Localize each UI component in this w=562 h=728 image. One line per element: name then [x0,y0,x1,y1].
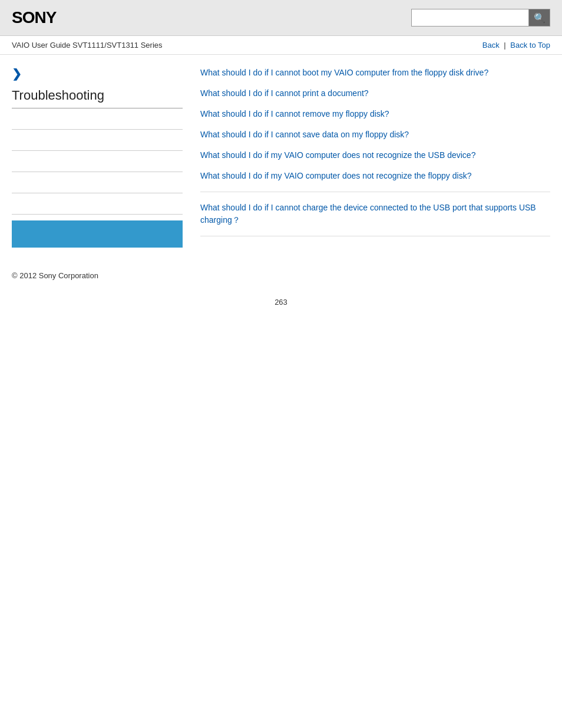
nav-bar: VAIO User Guide SVT1111/SVT1311 Series B… [0,36,562,55]
search-button[interactable]: 🔍 [529,9,550,27]
content-area: What should I do if I cannot boot my VAI… [194,67,550,248]
link-recognize-floppy[interactable]: What should I do if my VAIO computer doe… [200,170,550,182]
footer: © 2012 Sony Corporation [0,259,562,286]
link-save-floppy[interactable]: What should I do if I cannot save data o… [200,129,550,141]
link-remove-floppy[interactable]: What should I do if I cannot remove my f… [200,108,550,120]
sidebar: ❯ Troubleshooting [12,67,194,248]
link-group-1: What should I do if I cannot boot my VAI… [200,67,550,192]
sidebar-item-1 [12,108,183,130]
nav-links: Back | Back to Top [482,41,550,50]
sidebar-item-4 [12,172,183,193]
link-print-document[interactable]: What should I do if I cannot print a doc… [200,87,550,100]
back-link[interactable]: Back [482,41,500,50]
nav-separator: | [504,41,505,50]
link-usb-charge[interactable]: What should I do if I cannot charge the … [200,202,550,226]
link-floppy-boot[interactable]: What should I do if I cannot boot my VAI… [200,67,550,79]
chevron-icon: ❯ [12,67,183,81]
search-input[interactable] [411,9,529,27]
page-number: 263 [0,286,562,324]
sidebar-item-3 [12,151,183,172]
sidebar-item-2 [12,130,183,151]
sony-logo: SONY [12,8,56,27]
guide-title: VAIO User Guide SVT1111/SVT1311 Series [12,41,163,50]
section-title: Troubleshooting [12,88,183,108]
back-to-top-link[interactable]: Back to Top [510,41,550,50]
link-usb-device[interactable]: What should I do if my VAIO computer doe… [200,149,550,162]
search-icon: 🔍 [534,12,546,24]
main-content: ❯ Troubleshooting What should I do if I … [0,55,562,259]
sidebar-highlighted-item[interactable] [12,220,183,248]
search-area: 🔍 [411,9,550,27]
sidebar-item-5 [12,193,183,215]
header: SONY 🔍 [0,0,562,36]
link-group-2: What should I do if I cannot charge the … [200,202,550,236]
copyright-text: © 2012 Sony Corporation [12,271,98,280]
